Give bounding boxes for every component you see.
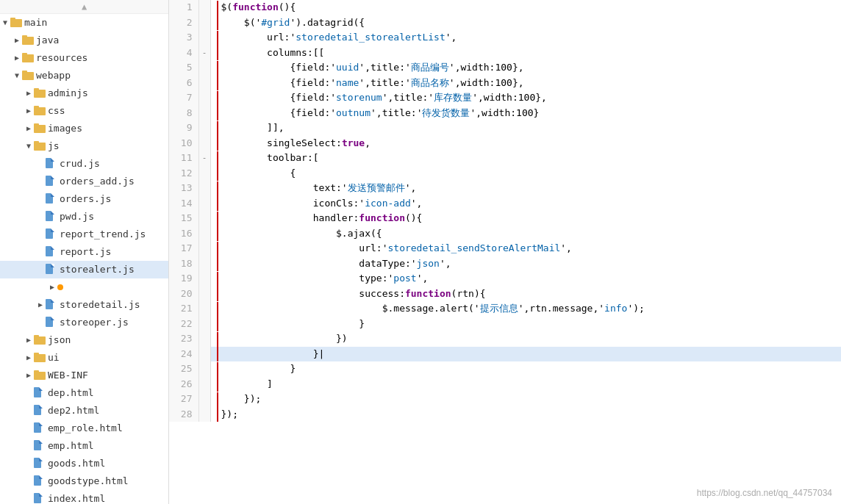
- fold-indicator-27[interactable]: [198, 392, 210, 407]
- code-content-8[interactable]: {field:'outnum',title:'待发货数量',width:100}: [210, 106, 841, 121]
- sidebar-item-storedetail_js[interactable]: ▶storedetail.js: [0, 296, 168, 314]
- code-content-22[interactable]: }: [210, 317, 841, 332]
- sidebar-item-orders_add_js[interactable]: orders_add.js: [0, 173, 168, 190]
- code-content-17[interactable]: url:'storedetail_sendStoreAlertMail',: [210, 241, 841, 256]
- fold-indicator-25[interactable]: [198, 361, 210, 377]
- fold-indicator-6[interactable]: [198, 76, 210, 91]
- sidebar-item-storealert_js[interactable]: storealert.js: [0, 261, 168, 278]
- code-content-12[interactable]: {: [210, 166, 841, 181]
- code-content-25[interactable]: }: [210, 361, 841, 377]
- code-content-28[interactable]: });: [210, 407, 841, 422]
- code-content-24[interactable]: }|: [210, 347, 841, 362]
- fold-indicator-19[interactable]: [198, 271, 210, 287]
- sidebar-item-ui[interactable]: ▶ui: [0, 349, 168, 367]
- tree-arrow-resources[interactable]: ▶: [12, 51, 22, 65]
- sidebar-item-index_html[interactable]: index.html: [0, 490, 168, 504]
- fold-indicator-1[interactable]: [198, 0, 210, 15]
- code-content-9[interactable]: ]],: [210, 120, 841, 136]
- fold-indicator-9[interactable]: [198, 120, 210, 136]
- code-content-2[interactable]: $('#grid').datagrid({: [210, 15, 841, 31]
- code-content-19[interactable]: type:'post',: [210, 271, 841, 287]
- code-content-13[interactable]: text:'发送预警邮件',: [210, 181, 841, 196]
- code-content-21[interactable]: $.message.alert('提示信息',rtn.message,'info…: [210, 301, 841, 317]
- fold-indicator-4[interactable]: -: [198, 46, 210, 61]
- code-content-4[interactable]: columns:[[: [210, 46, 841, 61]
- sidebar-item-goodstype_html[interactable]: goodstype.html: [0, 472, 168, 490]
- code-content-5[interactable]: {field:'uuid',title:'商品编号',width:100},: [210, 60, 841, 76]
- code-content-11[interactable]: toolbar:[: [210, 151, 841, 166]
- fold-indicator-22[interactable]: [198, 317, 210, 332]
- fold-indicator-18[interactable]: [198, 256, 210, 272]
- code-content-23[interactable]: }): [210, 331, 841, 347]
- sidebar-item-webapp[interactable]: ▼webapp: [0, 67, 168, 84]
- tree-arrow-ui[interactable]: ▶: [24, 350, 34, 365]
- tree-arrow-main[interactable]: ▼: [0, 15, 10, 30]
- fold-indicator-23[interactable]: [198, 331, 210, 347]
- sidebar-item-java[interactable]: ▶java: [0, 32, 168, 49]
- fold-indicator-5[interactable]: [198, 60, 210, 76]
- fold-indicator-14[interactable]: [198, 196, 210, 212]
- sidebar-item-report_js[interactable]: report.js: [0, 243, 168, 261]
- tree-arrow-java[interactable]: ▶: [12, 33, 22, 48]
- sidebar-item-main[interactable]: ▼main: [0, 14, 168, 32]
- sidebar-item-dep2_html[interactable]: dep2.html: [0, 402, 168, 420]
- sidebar-item-emp_role_html[interactable]: emp_role.html: [0, 420, 168, 437]
- scroll-up-arrow[interactable]: ▲: [0, 0, 168, 14]
- fold-indicator-26[interactable]: [198, 377, 210, 392]
- fold-indicator-2[interactable]: [198, 15, 210, 31]
- code-content-3[interactable]: url:'storedetail_storealertList',: [210, 30, 841, 46]
- code-content-27[interactable]: });: [210, 392, 841, 407]
- sidebar-item-dot_item[interactable]: ▶: [0, 278, 168, 296]
- fold-indicator-12[interactable]: [198, 166, 210, 181]
- tree-arrow-webapp[interactable]: ▼: [12, 68, 22, 83]
- tree-arrow-adminjs[interactable]: ▶: [24, 86, 34, 101]
- sidebar-item-resources[interactable]: ▶resources: [0, 49, 168, 67]
- sidebar-item-js[interactable]: ▼js: [0, 137, 168, 155]
- code-scroll-container[interactable]: 1$(function(){2 $('#grid').datagrid({3 u…: [169, 0, 841, 504]
- fold-indicator-15[interactable]: [198, 211, 210, 226]
- code-content-15[interactable]: handler:function(){: [210, 211, 841, 226]
- tree-arrow-images[interactable]: ▶: [24, 121, 34, 136]
- fold-indicator-21[interactable]: [198, 301, 210, 317]
- code-content-26[interactable]: ]: [210, 377, 841, 392]
- sidebar-item-images[interactable]: ▶images: [0, 120, 168, 137]
- code-content-6[interactable]: {field:'name',title:'商品名称',width:100},: [210, 76, 841, 91]
- fold-indicator-16[interactable]: [198, 226, 210, 242]
- code-content-7[interactable]: {field:'storenum',title:'库存数量',width:100…: [210, 90, 841, 106]
- sidebar-item-orders_js[interactable]: orders.js: [0, 190, 168, 208]
- sidebar-item-css[interactable]: ▶css: [0, 102, 168, 120]
- tree-arrow-css[interactable]: ▶: [24, 104, 34, 118]
- fold-indicator-7[interactable]: [198, 90, 210, 106]
- code-content-16[interactable]: $.ajax({: [210, 226, 841, 242]
- tree-arrow-storedetail_js[interactable]: ▶: [35, 298, 46, 312]
- fold-indicator-8[interactable]: [198, 106, 210, 121]
- tree-arrow-js[interactable]: ▼: [24, 139, 34, 154]
- sidebar-item-pwd_js[interactable]: pwd.js: [0, 208, 168, 226]
- sidebar-item-webinf[interactable]: ▶WEB-INF: [0, 367, 168, 384]
- sidebar-item-crud_js[interactable]: crud.js: [0, 155, 168, 173]
- code-content-20[interactable]: success:function(rtn){: [210, 287, 841, 302]
- code-content-18[interactable]: dataType:'json',: [210, 256, 841, 272]
- fold-indicator-24[interactable]: [198, 347, 210, 362]
- sidebar-item-emp_html[interactable]: emp.html: [0, 437, 168, 455]
- fold-indicator-10[interactable]: [198, 136, 210, 151]
- fold-indicator-11[interactable]: -: [198, 151, 210, 166]
- fold-indicator-3[interactable]: [198, 30, 210, 46]
- fold-indicator-13[interactable]: [198, 181, 210, 196]
- sidebar-item-json[interactable]: ▶json: [0, 331, 168, 349]
- code-content-14[interactable]: iconCls:'icon-add',: [210, 196, 841, 212]
- fold-indicator-20[interactable]: [198, 287, 210, 302]
- code-content-10[interactable]: singleSelect:true,: [210, 136, 841, 151]
- line-number-11: 11: [169, 151, 198, 166]
- sidebar-item-goods_html[interactable]: goods.html: [0, 455, 168, 472]
- sidebar-item-report_trend_js[interactable]: report_trend.js: [0, 226, 168, 243]
- fold-indicator-17[interactable]: [198, 241, 210, 256]
- sidebar-item-dep_html[interactable]: dep.html: [0, 384, 168, 402]
- sidebar-item-adminjs[interactable]: ▶adminjs: [0, 84, 168, 102]
- tree-arrow-json[interactable]: ▶: [24, 333, 34, 348]
- code-content-1[interactable]: $(function(){: [210, 0, 841, 15]
- fold-indicator-28[interactable]: [198, 407, 210, 422]
- tree-arrow-webinf[interactable]: ▶: [24, 368, 34, 383]
- tree-arrow-dot[interactable]: ▶: [47, 280, 57, 295]
- sidebar-item-storeoper_js[interactable]: storeoper.js: [0, 314, 168, 331]
